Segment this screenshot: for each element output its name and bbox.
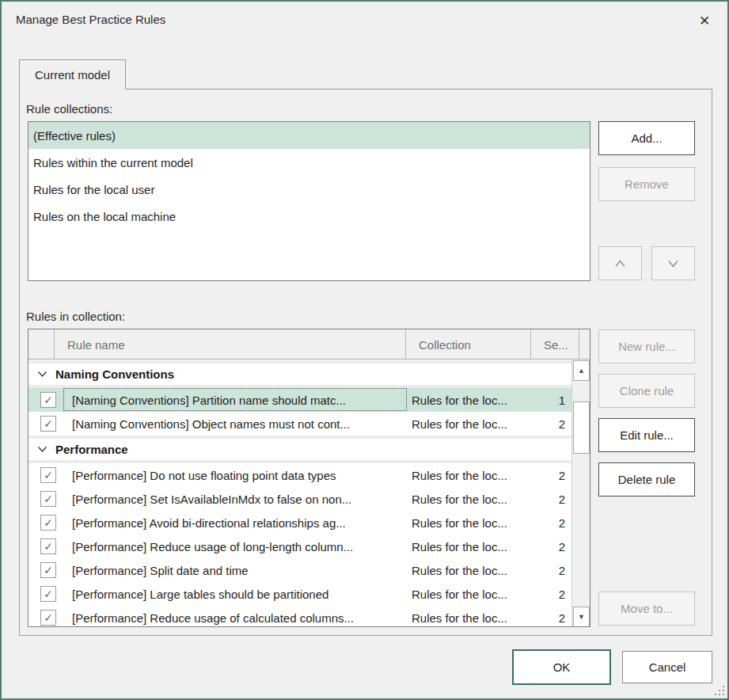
check-icon: ✓ — [44, 493, 53, 505]
rule-name-cell: [Naming Conventions] Object names must n… — [72, 412, 403, 436]
rule-row[interactable]: ✓ [Naming Conventions] Object names must… — [28, 412, 571, 436]
checkbox-checked[interactable]: ✓ — [40, 538, 56, 554]
severity-cell: 1 — [503, 388, 565, 412]
group-label: Performance — [55, 443, 128, 456]
group-label: Naming Conventions — [55, 367, 174, 381]
rule-collections-listbox: (Effective rules) Rules within the curre… — [28, 121, 590, 281]
checkbox-checked[interactable]: ✓ — [40, 562, 56, 578]
collection-item-current-model[interactable]: Rules within the current model — [28, 149, 590, 176]
checkbox-checked[interactable]: ✓ — [40, 610, 56, 626]
scrollbar-thumb[interactable] — [573, 401, 590, 454]
scroll-up-icon: ▲ — [578, 367, 585, 375]
severity-cell: 2 — [503, 487, 565, 511]
rule-name-cell: [Performance] Set IsAvailableInMdx to fa… — [72, 487, 403, 511]
rules-in-collection-label: Rules in collection: — [26, 310, 125, 323]
remove-button[interactable]: Remove — [598, 167, 695, 201]
move-down-button[interactable] — [651, 246, 695, 280]
check-icon: ✓ — [44, 469, 53, 481]
vertical-scrollbar[interactable]: ▲ ▼ — [571, 360, 590, 627]
checkbox-checked[interactable]: ✓ — [40, 586, 56, 602]
manage-best-practice-rules-dialog: Manage Best Practice Rules ✕ Current mod… — [0, 0, 729, 700]
tab-label: Current model — [35, 68, 110, 82]
chevron-down-icon[interactable] — [37, 446, 47, 453]
delete-rule-button[interactable]: Delete rule — [598, 462, 695, 496]
scroll-up-button[interactable]: ▲ — [573, 360, 590, 381]
collection-item-effective-rules[interactable]: (Effective rules) — [28, 122, 590, 149]
rule-row[interactable]: ✓ [Performance] Do not use floating poin… — [28, 463, 571, 487]
rules-table: Rule name Collection Se... Naming Conven… — [28, 329, 590, 627]
close-icon: ✕ — [699, 13, 710, 29]
rule-name-cell: [Performance] Large tables should be par… — [72, 582, 403, 606]
new-rule-button[interactable]: New rule... — [598, 329, 695, 363]
severity-cell: 2 — [503, 606, 565, 627]
scroll-down-button[interactable]: ▼ — [573, 607, 590, 627]
check-icon: ✓ — [44, 588, 53, 600]
rule-name-cell: [Naming Conventions] Partition name shou… — [72, 388, 403, 412]
collection-item-local-user[interactable]: Rules for the local user — [28, 176, 590, 203]
checkbox-checked[interactable]: ✓ — [40, 392, 56, 408]
dialog-title: Manage Best Practice Rules — [16, 13, 165, 26]
rule-row[interactable]: ✓ [Performance] Reduce usage of calculat… — [28, 606, 571, 627]
checkbox-checked[interactable]: ✓ — [40, 491, 56, 507]
tab-current-model[interactable]: Current model — [19, 59, 126, 89]
check-icon: ✓ — [44, 394, 53, 406]
chevron-down-icon — [667, 260, 679, 268]
severity-cell: 2 — [503, 511, 565, 535]
severity-cell: 2 — [503, 463, 565, 487]
move-to-button[interactable]: Move to... — [598, 592, 695, 626]
check-icon: ✓ — [44, 564, 53, 576]
checkbox-checked[interactable]: ✓ — [40, 515, 56, 531]
cancel-button[interactable]: Cancel — [622, 651, 712, 683]
move-up-button[interactable] — [598, 246, 642, 280]
header-collection[interactable]: Collection — [407, 329, 531, 360]
rules-table-body: Naming Conventions ✓ [Naming Conventions… — [28, 360, 571, 627]
rule-row[interactable]: ✓ [Performance] Reduce usage of long-len… — [28, 535, 571, 558]
rule-row[interactable]: ✓ [Performance] Set IsAvailableInMdx to … — [28, 487, 571, 511]
rule-name-cell: [Performance] Reduce usage of long-lengt… — [72, 535, 403, 558]
check-icon: ✓ — [44, 611, 53, 624]
rule-row[interactable]: ✓ [Performance] Avoid bi-directional rel… — [28, 511, 571, 535]
check-icon: ✓ — [44, 540, 53, 553]
collection-item-local-machine[interactable]: Rules on the local machine — [28, 203, 590, 230]
chevron-up-icon — [614, 260, 626, 268]
rule-name-cell: [Performance] Avoid bi-directional relat… — [72, 511, 403, 535]
severity-cell: 2 — [503, 558, 565, 582]
rule-name-cell: [Performance] Do not use floating point … — [72, 463, 403, 487]
rule-row[interactable]: ✓ [Performance] Large tables should be p… — [28, 582, 571, 606]
add-button[interactable]: Add... — [598, 121, 695, 155]
rule-row[interactable]: ✓ [Naming Conventions] Partition name sh… — [28, 388, 571, 412]
resize-grip[interactable] — [713, 684, 724, 695]
chevron-down-icon[interactable] — [37, 371, 47, 378]
checkbox-checked[interactable]: ✓ — [40, 416, 56, 432]
rule-name-cell: [Performance] Split date and time — [72, 558, 403, 582]
group-row-naming-conventions[interactable]: Naming Conventions — [28, 360, 571, 388]
ok-button[interactable]: OK — [512, 649, 611, 685]
scroll-down-icon: ▼ — [578, 613, 585, 621]
severity-cell: 2 — [503, 535, 565, 558]
checkbox-checked[interactable]: ✓ — [40, 467, 56, 483]
rule-name-cell: [Performance] Reduce usage of calculated… — [72, 606, 403, 627]
clone-rule-button[interactable]: Clone rule — [598, 374, 695, 408]
header-rule-name[interactable]: Rule name — [55, 329, 406, 360]
rules-table-header: Rule name Collection Se... — [28, 329, 590, 360]
header-severity[interactable]: Se... — [532, 329, 579, 360]
rule-collections-label: Rule collections: — [26, 102, 112, 116]
close-button[interactable]: ✕ — [691, 8, 718, 33]
check-icon: ✓ — [44, 516, 53, 529]
severity-cell: 2 — [503, 412, 565, 436]
group-row-performance[interactable]: Performance — [28, 436, 571, 463]
header-checkbox-column[interactable] — [28, 329, 55, 360]
check-icon: ✓ — [44, 417, 53, 430]
edit-rule-button[interactable]: Edit rule... — [598, 418, 695, 452]
rule-row[interactable]: ✓ [Performance] Split date and time Rule… — [28, 558, 571, 582]
severity-cell: 2 — [503, 582, 565, 606]
